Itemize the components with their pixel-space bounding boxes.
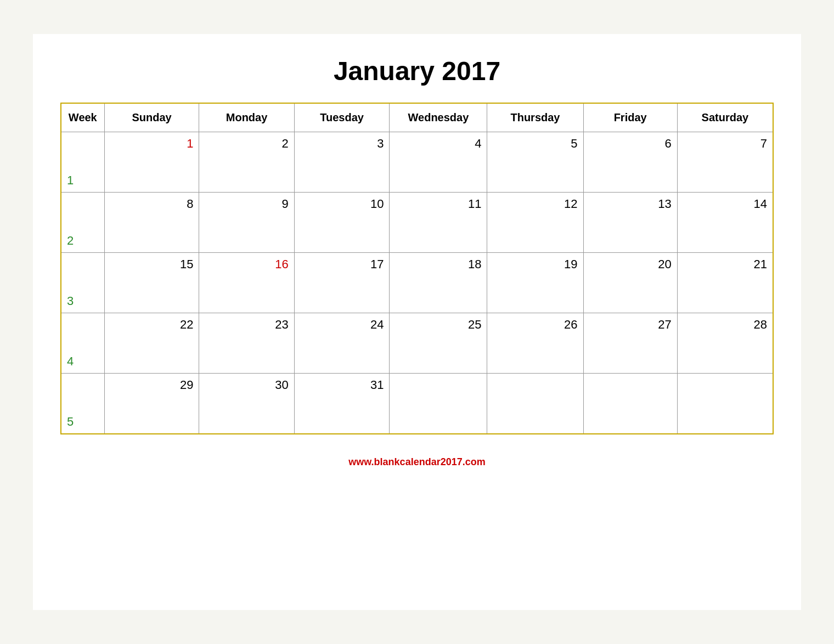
header-week: Week [61, 103, 104, 132]
day-cell: 16 [199, 253, 294, 313]
day-cell: 23 [199, 313, 294, 374]
calendar-row-1: 11234567 [61, 132, 773, 193]
day-cell: 24 [294, 313, 390, 374]
day-cell: 19 [487, 253, 583, 313]
day-cell: 15 [104, 253, 199, 313]
day-cell [390, 374, 487, 434]
calendar-row-3: 315161718192021 [61, 253, 773, 313]
calendar-row-2: 2891011121314 [61, 193, 773, 253]
day-cell: 8 [104, 193, 199, 253]
day-cell: 10 [294, 193, 390, 253]
week-number-2: 2 [61, 193, 104, 253]
day-cell: 21 [677, 253, 773, 313]
header-monday: Monday [199, 103, 294, 132]
day-cell: 18 [390, 253, 487, 313]
day-cell: 14 [677, 193, 773, 253]
day-cell: 1 [104, 132, 199, 193]
day-cell: 28 [677, 313, 773, 374]
calendar-container: January 2017 Week Sunday Monday Tuesday … [33, 34, 801, 610]
day-cell: 29 [104, 374, 199, 434]
day-cell: 12 [487, 193, 583, 253]
day-cell: 11 [390, 193, 487, 253]
header-saturday: Saturday [677, 103, 773, 132]
footer-url: www.blankcalendar2017.com [60, 456, 774, 468]
day-cell: 2 [199, 132, 294, 193]
header-tuesday: Tuesday [294, 103, 390, 132]
day-cell: 31 [294, 374, 390, 434]
header-friday: Friday [583, 103, 677, 132]
header-wednesday: Wednesday [390, 103, 487, 132]
day-cell: 27 [583, 313, 677, 374]
day-cell: 22 [104, 313, 199, 374]
day-cell: 20 [583, 253, 677, 313]
day-cell: 25 [390, 313, 487, 374]
day-cell: 4 [390, 132, 487, 193]
day-cell: 30 [199, 374, 294, 434]
day-cell: 7 [677, 132, 773, 193]
day-cell [677, 374, 773, 434]
calendar-row-5: 5293031 [61, 374, 773, 434]
day-cell: 9 [199, 193, 294, 253]
day-cell: 17 [294, 253, 390, 313]
week-number-1: 1 [61, 132, 104, 193]
day-cell [583, 374, 677, 434]
day-cell: 6 [583, 132, 677, 193]
day-cell: 13 [583, 193, 677, 253]
day-cell: 5 [487, 132, 583, 193]
week-number-5: 5 [61, 374, 104, 434]
week-number-3: 3 [61, 253, 104, 313]
day-cell [487, 374, 583, 434]
day-cell: 3 [294, 132, 390, 193]
calendar-row-4: 422232425262728 [61, 313, 773, 374]
header-row: Week Sunday Monday Tuesday Wednesday Thu… [61, 103, 773, 132]
header-thursday: Thursday [487, 103, 583, 132]
calendar-table: Week Sunday Monday Tuesday Wednesday Thu… [60, 103, 774, 434]
header-sunday: Sunday [104, 103, 199, 132]
week-number-4: 4 [61, 313, 104, 374]
calendar-title: January 2017 [60, 56, 774, 86]
day-cell: 26 [487, 313, 583, 374]
